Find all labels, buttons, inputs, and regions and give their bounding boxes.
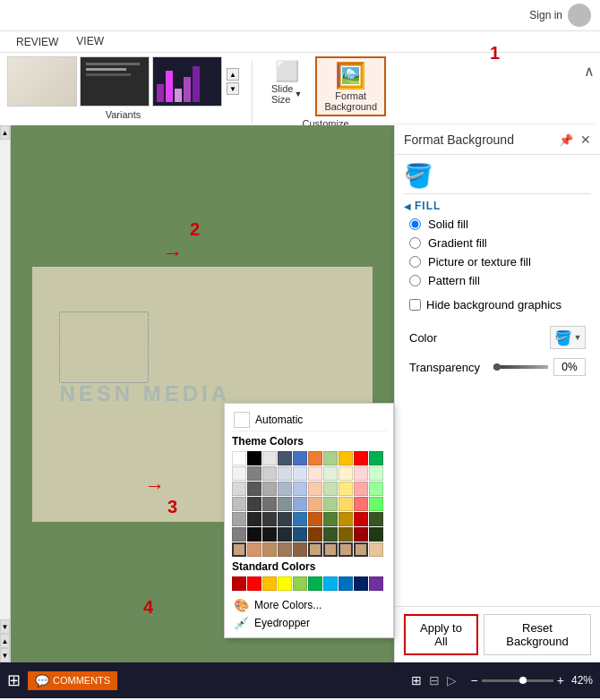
theme-color-cell[interactable] (339, 482, 353, 496)
theme-color-cell[interactable] (369, 527, 383, 542)
picture-fill-radio[interactable] (409, 256, 421, 268)
theme-color-cell[interactable] (293, 542, 307, 557)
theme-color-cell[interactable] (308, 466, 322, 481)
scroll-up-btn[interactable]: ▲ (0, 125, 10, 140)
standard-color-cell[interactable] (232, 576, 246, 591)
theme-color-cell[interactable] (232, 497, 246, 511)
sign-in-label[interactable]: Sign in (529, 9, 562, 21)
theme-color-cell[interactable] (308, 451, 322, 465)
reset-background-button[interactable]: Reset Background (484, 614, 591, 655)
view-outline-btn[interactable]: ⊟ (429, 673, 440, 687)
theme-color-cell[interactable] (278, 512, 292, 526)
theme-color-cell[interactable] (232, 527, 246, 542)
theme-color-cell[interactable] (323, 497, 338, 511)
zoom-in-btn[interactable]: + (557, 673, 564, 687)
theme-color-cell[interactable] (232, 466, 246, 481)
theme-color-cell[interactable] (247, 466, 261, 481)
theme-color-cell[interactable] (323, 451, 338, 465)
theme-color-cell[interactable] (278, 482, 292, 496)
zoom-slider-track[interactable] (482, 679, 553, 682)
theme-color-cell[interactable] (278, 451, 292, 465)
slide-size-button[interactable]: ⬜ Slide Size ▼ (265, 56, 308, 108)
collapse-button[interactable]: ∧ (584, 63, 595, 80)
theme-color-cell[interactable] (354, 527, 368, 542)
theme-color-cell[interactable] (308, 497, 322, 511)
theme-color-cell[interactable] (369, 451, 383, 465)
hide-background-checkbox[interactable] (409, 299, 421, 311)
format-background-button[interactable]: 🖼️ Format Background (315, 56, 386, 116)
standard-color-cell[interactable] (354, 576, 368, 591)
zoom-out-btn[interactable]: − (471, 673, 478, 687)
theme-color-cell[interactable] (293, 466, 307, 481)
theme-color-cell[interactable] (339, 527, 353, 542)
automatic-row[interactable]: Automatic (232, 409, 386, 431)
variant-thumb-2[interactable] (80, 56, 150, 107)
theme-color-cell[interactable] (278, 497, 292, 511)
standard-color-cell[interactable] (293, 576, 307, 591)
theme-color-cell[interactable] (232, 451, 246, 465)
theme-color-cell[interactable] (293, 497, 307, 511)
theme-color-cell[interactable] (323, 466, 338, 481)
transparency-slider[interactable] (493, 365, 548, 369)
theme-color-cell[interactable] (232, 482, 246, 496)
scroll-arrows[interactable]: ▲ ▼ (227, 68, 239, 95)
windows-start-icon[interactable]: ⊞ (7, 670, 21, 690)
theme-color-cell[interactable] (369, 482, 383, 496)
theme-color-cell[interactable] (247, 527, 261, 542)
theme-color-cell[interactable] (308, 542, 322, 557)
theme-color-cell[interactable] (308, 482, 322, 496)
view-normal-btn[interactable]: ⊞ (411, 673, 422, 687)
standard-color-cell[interactable] (308, 576, 322, 591)
theme-color-cell[interactable] (278, 527, 292, 542)
solid-fill-radio[interactable] (409, 218, 421, 230)
color-picker-button[interactable]: 🪣 ▼ (550, 326, 586, 349)
tab-view[interactable]: VIEW (69, 33, 111, 51)
theme-color-cell[interactable] (323, 512, 338, 526)
theme-color-cell[interactable] (262, 542, 277, 557)
theme-color-cell[interactable] (232, 542, 246, 557)
theme-color-cell[interactable] (354, 466, 368, 481)
theme-color-cell[interactable] (247, 497, 261, 511)
solid-fill-option[interactable]: Solid fill (409, 218, 586, 231)
comments-button[interactable]: 💬 COMMENTS (28, 671, 117, 690)
theme-color-cell[interactable] (369, 542, 383, 557)
pattern-fill-option[interactable]: Pattern fill (409, 274, 586, 287)
panel-close-icon[interactable]: ✕ (580, 132, 591, 147)
theme-color-cell[interactable] (293, 482, 307, 496)
standard-color-cell[interactable] (339, 576, 353, 591)
theme-color-cell[interactable] (232, 512, 246, 526)
theme-color-cell[interactable] (262, 466, 277, 481)
theme-color-cell[interactable] (278, 542, 292, 557)
eyedropper-row[interactable]: 💉 Eyedropper (232, 614, 386, 632)
panel-pin-icon[interactable]: 📌 (559, 133, 573, 147)
standard-color-cell[interactable] (247, 576, 261, 591)
theme-color-cell[interactable] (323, 482, 338, 496)
theme-color-cell[interactable] (262, 527, 277, 542)
theme-color-cell[interactable] (278, 466, 292, 481)
variant-thumb-3[interactable] (152, 56, 222, 107)
view-slideshow-btn[interactable]: ▷ (447, 673, 457, 687)
theme-color-cell[interactable] (247, 451, 261, 465)
gradient-fill-radio[interactable] (409, 237, 421, 249)
standard-color-cell[interactable] (262, 576, 277, 591)
pattern-fill-radio[interactable] (409, 275, 421, 286)
standard-color-cell[interactable] (323, 576, 338, 591)
theme-color-cell[interactable] (323, 527, 338, 542)
theme-color-cell[interactable] (293, 512, 307, 526)
theme-color-cell[interactable] (354, 482, 368, 496)
theme-color-cell[interactable] (323, 542, 338, 557)
theme-color-cell[interactable] (339, 512, 353, 526)
theme-color-cell[interactable] (339, 466, 353, 481)
theme-color-cell[interactable] (308, 527, 322, 542)
apply-to-all-button[interactable]: Apply to All (404, 614, 478, 655)
theme-color-cell[interactable] (308, 512, 322, 526)
theme-color-cell[interactable] (293, 527, 307, 542)
variant-thumb-1[interactable] (7, 56, 77, 107)
theme-color-cell[interactable] (354, 512, 368, 526)
hide-background-checkbox-label[interactable]: Hide background graphics (409, 298, 586, 312)
theme-color-cell[interactable] (339, 542, 353, 557)
theme-color-cell[interactable] (262, 451, 277, 465)
theme-color-cell[interactable] (247, 482, 261, 496)
theme-color-cell[interactable] (369, 497, 383, 511)
scroll-up2-btn[interactable]: ▲ (0, 634, 10, 648)
